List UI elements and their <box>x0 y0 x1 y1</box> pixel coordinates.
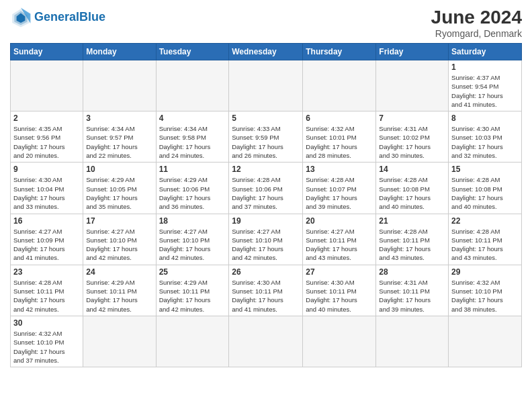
day-number: 29 <box>451 267 519 277</box>
day-number: 13 <box>306 165 373 174</box>
day-info: Sunrise: 4:34 AM Sunset: 9:58 PM Dayligh… <box>159 124 226 160</box>
day-info: Sunrise: 4:28 AM Sunset: 10:08 PM Daylig… <box>379 175 445 211</box>
calendar-cell <box>449 316 522 367</box>
calendar-cell: 20Sunrise: 4:27 AM Sunset: 10:11 PM Dayl… <box>303 214 376 265</box>
weekday-thursday: Thursday <box>303 44 376 60</box>
day-info: Sunrise: 4:29 AM Sunset: 10:11 PM Daylig… <box>86 278 152 314</box>
calendar-cell <box>376 60 449 111</box>
day-number: 4 <box>159 113 226 123</box>
calendar-cell: 26Sunrise: 4:30 AM Sunset: 10:11 PM Dayl… <box>229 265 303 316</box>
calendar-cell: 3Sunrise: 4:34 AM Sunset: 9:57 PM Daylig… <box>83 111 156 163</box>
day-number: 6 <box>306 113 373 123</box>
day-number: 24 <box>86 267 152 277</box>
calendar-cell <box>229 316 303 367</box>
calendar-cell: 18Sunrise: 4:27 AM Sunset: 10:10 PM Dayl… <box>156 214 229 265</box>
day-number: 8 <box>451 113 519 123</box>
calendar-cell: 14Sunrise: 4:28 AM Sunset: 10:08 PM Dayl… <box>376 163 449 214</box>
title-block: June 2024 Ryomgard, Denmark <box>431 7 522 39</box>
week-row-4: 16Sunrise: 4:27 AM Sunset: 10:09 PM Dayl… <box>11 214 522 265</box>
day-info: Sunrise: 4:29 AM Sunset: 10:06 PM Daylig… <box>159 175 226 211</box>
calendar-cell: 4Sunrise: 4:34 AM Sunset: 9:58 PM Daylig… <box>156 111 229 163</box>
day-info: Sunrise: 4:30 AM Sunset: 10:04 PM Daylig… <box>13 175 80 211</box>
calendar-cell: 16Sunrise: 4:27 AM Sunset: 10:09 PM Dayl… <box>11 214 83 265</box>
day-number: 16 <box>13 216 80 226</box>
day-number: 22 <box>451 216 519 226</box>
main-title: June 2024 <box>431 7 522 28</box>
calendar-cell: 23Sunrise: 4:28 AM Sunset: 10:11 PM Dayl… <box>11 265 83 316</box>
calendar-cell: 30Sunrise: 4:32 AM Sunset: 10:10 PM Dayl… <box>11 316 83 367</box>
day-number: 14 <box>379 165 445 174</box>
day-number: 7 <box>379 113 445 123</box>
day-number: 2 <box>13 113 80 123</box>
day-info: Sunrise: 4:32 AM Sunset: 10:10 PM Daylig… <box>13 329 80 365</box>
day-info: Sunrise: 4:31 AM Sunset: 10:02 PM Daylig… <box>379 124 445 160</box>
day-info: Sunrise: 4:28 AM Sunset: 10:11 PM Daylig… <box>13 278 80 314</box>
day-info: Sunrise: 4:33 AM Sunset: 9:59 PM Dayligh… <box>232 124 300 160</box>
calendar-cell: 11Sunrise: 4:29 AM Sunset: 10:06 PM Dayl… <box>156 163 229 214</box>
calendar-cell: 5Sunrise: 4:33 AM Sunset: 9:59 PM Daylig… <box>229 111 303 163</box>
day-info: Sunrise: 4:30 AM Sunset: 10:11 PM Daylig… <box>232 278 300 314</box>
day-number: 3 <box>86 113 152 123</box>
day-number: 17 <box>86 216 152 226</box>
day-number: 15 <box>451 165 519 174</box>
calendar-cell: 10Sunrise: 4:29 AM Sunset: 10:05 PM Dayl… <box>83 163 156 214</box>
day-info: Sunrise: 4:34 AM Sunset: 9:57 PM Dayligh… <box>86 124 152 160</box>
weekday-sunday: Sunday <box>11 44 83 60</box>
weekday-header-row: SundayMondayTuesdayWednesdayThursdayFrid… <box>11 44 522 60</box>
week-row-1: 1Sunrise: 4:37 AM Sunset: 9:54 PM Daylig… <box>11 60 522 111</box>
calendar-cell: 8Sunrise: 4:30 AM Sunset: 10:03 PM Dayli… <box>449 111 522 163</box>
day-info: Sunrise: 4:32 AM Sunset: 10:01 PM Daylig… <box>306 124 373 160</box>
sub-title: Ryomgard, Denmark <box>431 28 522 39</box>
day-number: 19 <box>232 216 300 226</box>
calendar-cell: 12Sunrise: 4:28 AM Sunset: 10:06 PM Dayl… <box>229 163 303 214</box>
day-info: Sunrise: 4:27 AM Sunset: 10:11 PM Daylig… <box>306 227 373 263</box>
calendar-cell: 15Sunrise: 4:28 AM Sunset: 10:08 PM Dayl… <box>449 163 522 214</box>
calendar-cell: 1Sunrise: 4:37 AM Sunset: 9:54 PM Daylig… <box>449 60 522 111</box>
day-info: Sunrise: 4:31 AM Sunset: 10:11 PM Daylig… <box>379 278 445 314</box>
calendar-cell: 17Sunrise: 4:27 AM Sunset: 10:10 PM Dayl… <box>83 214 156 265</box>
calendar-cell: 27Sunrise: 4:30 AM Sunset: 10:11 PM Dayl… <box>303 265 376 316</box>
day-info: Sunrise: 4:27 AM Sunset: 10:10 PM Daylig… <box>86 227 152 263</box>
day-info: Sunrise: 4:29 AM Sunset: 10:11 PM Daylig… <box>159 278 226 314</box>
calendar-cell: 21Sunrise: 4:28 AM Sunset: 10:11 PM Dayl… <box>376 214 449 265</box>
calendar-cell: 22Sunrise: 4:28 AM Sunset: 10:11 PM Dayl… <box>449 214 522 265</box>
week-row-3: 9Sunrise: 4:30 AM Sunset: 10:04 PM Dayli… <box>11 163 522 214</box>
day-number: 12 <box>232 165 300 174</box>
day-number: 10 <box>86 165 152 174</box>
calendar-cell <box>83 60 156 111</box>
weekday-wednesday: Wednesday <box>229 44 303 60</box>
week-row-2: 2Sunrise: 4:35 AM Sunset: 9:56 PM Daylig… <box>11 111 522 163</box>
day-info: Sunrise: 4:29 AM Sunset: 10:05 PM Daylig… <box>86 175 152 211</box>
day-number: 27 <box>306 267 373 277</box>
calendar-cell: 19Sunrise: 4:27 AM Sunset: 10:10 PM Dayl… <box>229 214 303 265</box>
day-info: Sunrise: 4:28 AM Sunset: 10:11 PM Daylig… <box>379 227 445 263</box>
header: GeneralBlue June 2024 Ryomgard, Denmark <box>10 7 522 39</box>
day-number: 28 <box>379 267 445 277</box>
logo: GeneralBlue <box>10 7 105 28</box>
day-info: Sunrise: 4:27 AM Sunset: 10:10 PM Daylig… <box>232 227 300 263</box>
calendar-cell: 29Sunrise: 4:32 AM Sunset: 10:10 PM Dayl… <box>449 265 522 316</box>
calendar-cell <box>156 60 229 111</box>
logo-icon <box>10 7 32 28</box>
weekday-saturday: Saturday <box>449 44 522 60</box>
calendar-cell <box>11 60 83 111</box>
calendar-cell: 24Sunrise: 4:29 AM Sunset: 10:11 PM Dayl… <box>83 265 156 316</box>
weekday-tuesday: Tuesday <box>156 44 229 60</box>
day-info: Sunrise: 4:32 AM Sunset: 10:10 PM Daylig… <box>451 278 519 314</box>
day-info: Sunrise: 4:27 AM Sunset: 10:10 PM Daylig… <box>159 227 226 263</box>
calendar-cell <box>376 316 449 367</box>
calendar-cell: 9Sunrise: 4:30 AM Sunset: 10:04 PM Dayli… <box>11 163 83 214</box>
calendar-cell: 28Sunrise: 4:31 AM Sunset: 10:11 PM Dayl… <box>376 265 449 316</box>
weekday-friday: Friday <box>376 44 449 60</box>
logo-general: General <box>34 10 79 24</box>
calendar-cell: 7Sunrise: 4:31 AM Sunset: 10:02 PM Dayli… <box>376 111 449 163</box>
weekday-monday: Monday <box>83 44 156 60</box>
logo-text: GeneralBlue <box>34 11 105 24</box>
day-number: 5 <box>232 113 300 123</box>
day-info: Sunrise: 4:28 AM Sunset: 10:06 PM Daylig… <box>232 175 300 211</box>
day-number: 9 <box>13 165 80 174</box>
day-number: 20 <box>306 216 373 226</box>
day-info: Sunrise: 4:30 AM Sunset: 10:11 PM Daylig… <box>306 278 373 314</box>
calendar-cell: 25Sunrise: 4:29 AM Sunset: 10:11 PM Dayl… <box>156 265 229 316</box>
calendar-cell <box>303 316 376 367</box>
